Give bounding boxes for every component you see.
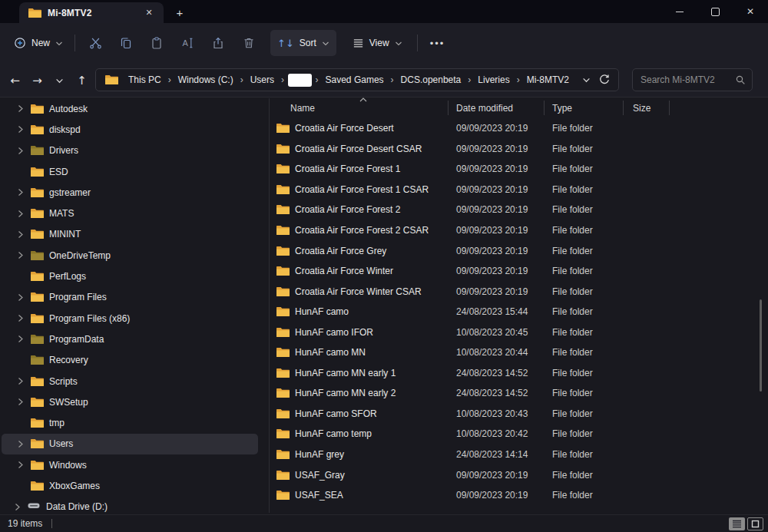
expand-chevron-icon[interactable] xyxy=(14,147,26,155)
sidebar-item-xboxgames[interactable]: XboxGames xyxy=(2,475,258,496)
file-row[interactable]: HunAF camo MN early 124/08/2023 14:52Fil… xyxy=(270,363,768,384)
sidebar-item-programdata[interactable]: ProgramData xyxy=(2,329,258,349)
minimize-button[interactable] xyxy=(662,0,697,23)
expand-chevron-icon[interactable] xyxy=(14,335,26,343)
address-dropdown-icon[interactable] xyxy=(582,77,591,83)
column-resize-handle[interactable] xyxy=(623,101,624,115)
file-row[interactable]: Croatia Air Force Forest 209/09/2023 20:… xyxy=(270,200,768,220)
back-button[interactable]: ← xyxy=(4,69,26,92)
sidebar-item-recovery[interactable]: Recovery xyxy=(2,350,258,371)
breadcrumb-item[interactable]: Mi-8MTV2 xyxy=(521,72,574,88)
column-header-date-modified[interactable]: Date modified xyxy=(453,98,549,117)
breadcrumb-item[interactable]: Saved Games xyxy=(320,72,389,88)
column-resize-handle[interactable] xyxy=(669,101,670,115)
expand-chevron-icon[interactable] xyxy=(14,104,26,113)
sidebar-item-gstreamer[interactable]: gstreamer xyxy=(2,182,258,203)
breadcrumb-item[interactable]: Users xyxy=(245,72,280,88)
file-row[interactable]: Croatia Air Force Desert CSAR09/09/2023 … xyxy=(270,139,768,160)
expand-chevron-icon[interactable] xyxy=(14,398,26,406)
file-row[interactable]: Croatia Air Force Winter09/09/2023 20:19… xyxy=(270,261,768,282)
file-row[interactable]: USAF_SEA09/09/2023 20:19File folder xyxy=(270,485,768,506)
file-row[interactable]: HunAF camo MN early 224/08/2023 14:52Fil… xyxy=(270,383,768,404)
refresh-icon[interactable] xyxy=(598,74,611,86)
copy-button[interactable] xyxy=(111,30,141,56)
sidebar-item-minint[interactable]: MININT xyxy=(2,224,258,245)
expand-chevron-icon[interactable] xyxy=(14,251,26,259)
file-name: Croatia Air Force Desert xyxy=(295,123,394,134)
expand-chevron-icon[interactable] xyxy=(14,125,26,134)
expand-chevron-icon[interactable] xyxy=(14,314,26,322)
forward-button[interactable]: → xyxy=(26,69,48,92)
expand-chevron-icon[interactable] xyxy=(14,210,26,218)
folder-icon xyxy=(31,167,44,177)
expand-chevron-icon[interactable] xyxy=(14,230,26,239)
file-row[interactable]: Croatia Air Force Forest 1 CSAR09/09/202… xyxy=(270,180,768,200)
file-row[interactable]: USAF_Gray09/09/2023 20:19File folder xyxy=(270,464,768,485)
expand-chevron-icon[interactable] xyxy=(14,293,26,302)
sidebar-item-esd[interactable]: ESD xyxy=(2,161,258,182)
file-row[interactable]: Croatia Air Force Forest 2 CSAR09/09/202… xyxy=(270,220,768,241)
file-row[interactable]: HunAF camo24/08/2023 15:44File folder xyxy=(270,302,768,322)
new-button[interactable]: New xyxy=(7,30,70,56)
sidebar-item-program-files[interactable]: Program Files xyxy=(2,287,258,308)
large-icons-view-icon xyxy=(751,520,760,528)
file-row[interactable]: HunAF camo IFOR10/08/2023 20:45File fold… xyxy=(270,322,768,342)
sidebar-item-onedrivetemp[interactable]: OneDriveTemp xyxy=(2,245,258,266)
file-row[interactable]: HunAF camo temp10/08/2023 20:42File fold… xyxy=(270,424,768,444)
sidebar-item-program-files-x86[interactable]: Program Files (x86) xyxy=(2,308,258,329)
up-button[interactable]: ↑ xyxy=(71,69,93,92)
column-header-size[interactable]: Size xyxy=(628,98,674,117)
file-row[interactable]: HunAF grey24/08/2023 14:14File folder xyxy=(270,444,768,465)
sidebar-item-data-drive-d[interactable]: Data Drive (D:) xyxy=(2,497,258,514)
large-icons-view-button[interactable] xyxy=(747,517,763,530)
cut-button[interactable] xyxy=(80,30,111,56)
expand-chevron-icon[interactable] xyxy=(14,461,26,469)
pane-divider[interactable] xyxy=(269,98,270,513)
expand-chevron-icon[interactable] xyxy=(14,188,26,197)
recent-locations-button[interactable] xyxy=(48,69,71,92)
sidebar-item-autodesk[interactable]: Autodesk xyxy=(2,98,258,119)
sidebar-item-scripts[interactable]: Scripts xyxy=(2,371,258,392)
sidebar-item-windows[interactable]: Windows xyxy=(2,454,258,475)
new-tab-button[interactable]: + xyxy=(170,3,189,21)
details-view-button[interactable] xyxy=(729,517,745,530)
file-row[interactable]: HunAF camo MN10/08/2023 20:44File folder xyxy=(270,342,768,363)
sort-button[interactable]: ↑↓ Sort xyxy=(270,30,336,56)
close-button[interactable]: ✕ xyxy=(733,0,768,23)
sidebar-item-mats[interactable]: MATS xyxy=(2,203,258,223)
search-box[interactable] xyxy=(632,68,753,91)
file-row[interactable]: HunAF camo SFOR10/08/2023 20:43File fold… xyxy=(270,404,768,425)
breadcrumb-item[interactable]: DCS.openbeta xyxy=(396,72,467,88)
column-header-type[interactable]: Type xyxy=(549,98,628,117)
expand-chevron-icon[interactable] xyxy=(11,503,23,511)
rename-button[interactable]: A xyxy=(172,30,203,56)
breadcrumb-item[interactable]: This PC xyxy=(123,72,167,88)
file-type: File folder xyxy=(549,388,628,398)
file-row[interactable]: Croatia Air Force Forest 109/09/2023 20:… xyxy=(270,159,768,180)
file-row[interactable]: Croatia Air Force Grey09/09/2023 20:19Fi… xyxy=(270,240,768,261)
sidebar-item-tmp[interactable]: tmp xyxy=(2,412,258,433)
search-input[interactable] xyxy=(639,74,735,86)
delete-button[interactable] xyxy=(233,30,264,56)
expand-chevron-icon[interactable] xyxy=(14,377,26,385)
share-button[interactable] xyxy=(203,30,233,56)
breadcrumb-item[interactable]: Windows (C:) xyxy=(173,72,239,88)
address-bar[interactable]: This PC›Windows (C:)›Users››Saved Games›… xyxy=(95,68,619,91)
expand-chevron-icon[interactable] xyxy=(14,440,26,448)
more-options-button[interactable]: ••• xyxy=(430,38,445,49)
maximize-button[interactable] xyxy=(697,0,733,23)
sidebar-item-perflogs[interactable]: PerfLogs xyxy=(2,266,258,286)
explorer-tab[interactable]: Mi-8MTV2 ✕ xyxy=(19,2,164,23)
column-resize-handle[interactable] xyxy=(544,101,545,115)
view-button[interactable]: View xyxy=(346,30,409,56)
column-resize-handle[interactable] xyxy=(448,101,449,115)
sidebar-item-swsetup[interactable]: SWSetup xyxy=(2,392,258,412)
sidebar-item-diskspd[interactable]: diskspd xyxy=(2,119,258,140)
sidebar-item-users[interactable]: Users xyxy=(2,434,258,454)
file-row[interactable]: Croatia Air Force Winter CSAR09/09/2023 … xyxy=(270,281,768,302)
sidebar-item-drivers[interactable]: Drivers xyxy=(2,140,258,161)
paste-button[interactable] xyxy=(141,30,172,56)
breadcrumb-item[interactable]: Liveries xyxy=(472,72,515,88)
tab-close-icon[interactable]: ✕ xyxy=(141,5,157,21)
file-row[interactable]: Croatia Air Force Desert09/09/2023 20:19… xyxy=(270,118,768,139)
